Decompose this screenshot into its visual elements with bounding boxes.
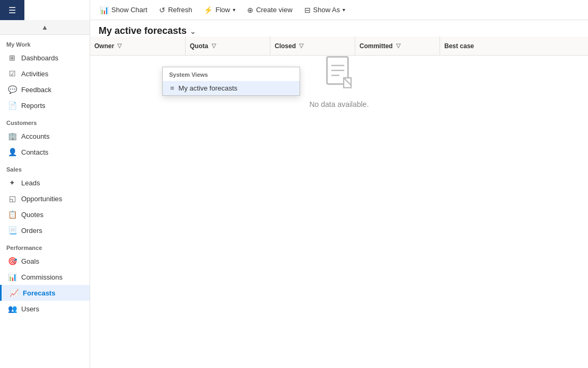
forecasts-icon: 📈 (9, 288, 19, 298)
sidebar-item-quotes[interactable]: 📋 Quotes (0, 207, 90, 222)
view-title: My active forecasts (99, 25, 187, 37)
view-header: My active forecasts ⌄ System Views ≡ My … (90, 20, 588, 37)
no-data-icon (323, 56, 355, 93)
orders-icon: 📃 (7, 226, 17, 235)
grid-header: Owner ▽ Quota ▽ Closed ▽ Committed ▽ Bes… (90, 37, 588, 56)
view-dropdown-popup: System Views ≡ My active forecasts (162, 67, 300, 96)
grid-col-bestcase: Best case (440, 37, 525, 55)
show-as-chevron-icon: ▾ (343, 7, 345, 13)
show-chart-icon: 📊 (100, 6, 109, 14)
hamburger-icon: ☰ (8, 5, 16, 15)
accounts-icon: 🏢 (7, 131, 17, 141)
sidebar-item-forecasts[interactable]: 📈 Forecasts (0, 285, 90, 301)
sidebar-section-my-work: My Work (0, 35, 90, 50)
sidebar-item-reports[interactable]: 📄 Reports (0, 97, 90, 113)
dropdown-item-icon: ≡ (170, 84, 174, 92)
quota-filter-icon[interactable]: ▽ (212, 42, 216, 49)
show-as-button[interactable]: ⊟ Show As ▾ (299, 4, 351, 16)
sidebar-item-goals[interactable]: 🎯 Goals (0, 253, 90, 269)
reports-icon: 📄 (7, 101, 17, 110)
contacts-icon: 👤 (7, 147, 17, 157)
sidebar-item-leads[interactable]: ✦ Leads (0, 175, 90, 191)
view-title-dropdown[interactable]: My active forecasts ⌄ (99, 25, 196, 37)
sidebar-item-contacts[interactable]: 👤 Contacts (0, 144, 90, 160)
create-view-icon: ⊕ (247, 6, 253, 14)
toolbar: 📊 Show Chart ↺ Refresh ⚡ Flow ▾ ⊕ Create… (90, 0, 588, 20)
sidebar-item-commissions[interactable]: 📊 Commissions (0, 269, 90, 285)
dropdown-item-my-active-forecasts[interactable]: ≡ My active forecasts (163, 81, 300, 95)
opportunities-icon: ◱ (7, 194, 17, 203)
flow-icon: ⚡ (204, 6, 213, 14)
sidebar-item-feedback[interactable]: 💬 Feedback (0, 82, 90, 97)
sidebar-item-activities[interactable]: ☑ Activities (0, 66, 90, 82)
grid-col-quota: Quota ▽ (186, 37, 270, 55)
sidebar-section-sales: Sales (0, 160, 90, 175)
dashboards-icon: ⊞ (7, 53, 17, 62)
sidebar-item-users[interactable]: 👥 Users (0, 301, 90, 317)
commissions-icon: 📊 (7, 272, 17, 282)
refresh-icon: ↺ (159, 6, 165, 14)
grid-col-closed: Closed ▽ (270, 37, 355, 55)
create-view-button[interactable]: ⊕ Create view (242, 4, 298, 16)
sidebar-scroll-up[interactable]: ▲ (0, 20, 90, 35)
sidebar-item-orders[interactable]: 📃 Orders (0, 222, 90, 238)
show-as-icon: ⊟ (304, 6, 311, 14)
flow-chevron-icon: ▾ (233, 7, 235, 13)
sidebar: ▲ My Work ⊞ Dashboards ☑ Activities 💬 Fe… (0, 0, 90, 368)
owner-filter-icon[interactable]: ▽ (117, 42, 121, 49)
grid-col-committed: Committed ▽ (355, 37, 440, 55)
sidebar-item-dashboards[interactable]: ⊞ Dashboards (0, 50, 90, 66)
no-data-message: No data available. (309, 100, 368, 109)
sidebar-section-customers: Customers (0, 113, 90, 128)
goals-icon: 🎯 (7, 256, 17, 266)
view-title-chevron-icon: ⌄ (190, 27, 196, 35)
sidebar-item-accounts[interactable]: 🏢 Accounts (0, 128, 90, 144)
hamburger-button[interactable]: ☰ (0, 0, 24, 20)
refresh-button[interactable]: ↺ Refresh (154, 4, 198, 16)
dropdown-section-header: System Views (163, 67, 300, 81)
users-icon: 👥 (7, 304, 17, 313)
sidebar-item-opportunities[interactable]: ◱ Opportunities (0, 191, 90, 207)
quotes-icon: 📋 (7, 210, 17, 219)
show-chart-button[interactable]: 📊 Show Chart (94, 4, 153, 16)
feedback-icon: 💬 (7, 85, 17, 94)
leads-icon: ✦ (7, 178, 17, 187)
sidebar-section-performance: Performance (0, 238, 90, 253)
grid-col-owner: Owner ▽ (90, 37, 186, 55)
flow-button[interactable]: ⚡ Flow ▾ (198, 4, 240, 16)
activities-icon: ☑ (7, 69, 17, 78)
closed-filter-icon[interactable]: ▽ (299, 42, 303, 49)
committed-filter-icon[interactable]: ▽ (396, 42, 400, 49)
main-content: 📊 Show Chart ↺ Refresh ⚡ Flow ▾ ⊕ Create… (90, 0, 588, 368)
